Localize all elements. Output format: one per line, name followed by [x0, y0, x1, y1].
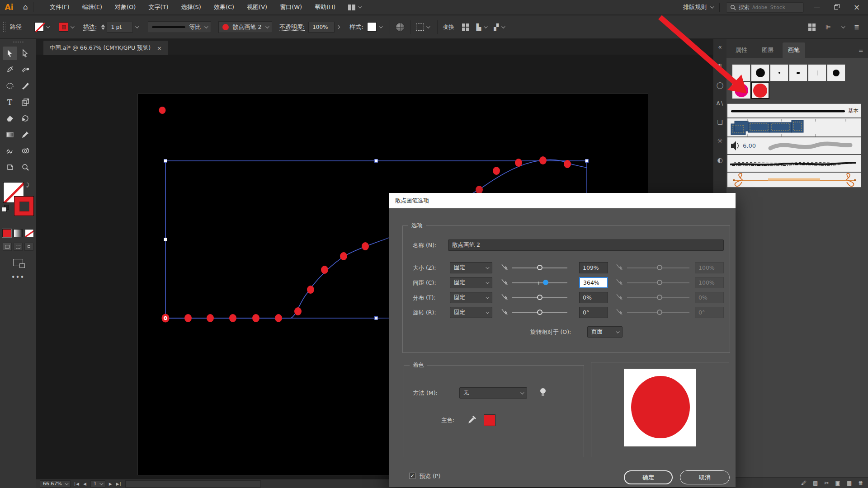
rotation-value[interactable]: 0°	[579, 307, 608, 318]
delete-brush-icon[interactable]: 🗑	[858, 480, 863, 486]
brush-swatch-blank[interactable]	[732, 64, 750, 81]
align-left-icon[interactable]: ▙	[476, 23, 482, 31]
zoom-level-select[interactable]: 66.67%	[40, 480, 71, 488]
key-color-swatch[interactable]	[484, 414, 495, 426]
slice-tool[interactable]	[3, 160, 17, 174]
chevron-down-icon[interactable]	[426, 24, 430, 28]
libraries-panel-icon[interactable]: ▤	[813, 480, 818, 486]
tab-brushes[interactable]: 画笔	[783, 42, 805, 58]
tab-layers[interactable]: 图层	[756, 42, 779, 58]
spacing-value[interactable]: 364%	[579, 277, 608, 288]
stroke-weight-label[interactable]: 描边:	[83, 23, 97, 31]
menu-item[interactable]: 文件(F)	[43, 0, 76, 14]
size-value[interactable]: 109%	[579, 262, 608, 273]
stroke-panel-icon[interactable]: ◯	[717, 81, 724, 89]
brush-definition-select[interactable]: 散点画笔 2	[218, 21, 272, 33]
workspace-switcher[interactable]	[348, 5, 361, 10]
color-button[interactable]	[2, 229, 11, 237]
draw-behind-mode[interactable]	[14, 243, 23, 251]
menu-item[interactable]: 窗口(W)	[274, 0, 308, 14]
new-brush-icon[interactable]: ▦	[847, 480, 852, 486]
stroke-weight-stepper[interactable]	[101, 24, 105, 30]
arrange-rule-dropdown[interactable]: 排版规则	[683, 3, 713, 11]
brush-swatch-red-circle-selected[interactable]	[751, 82, 769, 99]
menu-item[interactable]: 选择(S)	[175, 0, 207, 14]
selection-tool[interactable]	[3, 47, 17, 60]
paragraph-align-icon[interactable]: ⊫	[826, 23, 831, 31]
gradient-button[interactable]	[14, 229, 23, 237]
eyedropper-tool[interactable]	[18, 128, 33, 141]
publish-online-icon[interactable]	[396, 23, 405, 32]
dialog-title-bar[interactable]: 散点画笔选项	[389, 193, 736, 208]
document-tab[interactable]: 中国.ai* @ 66.67% (CMYK/GPU 预览) ×	[43, 41, 168, 55]
brush-swatch-blob[interactable]	[789, 64, 807, 81]
close-button[interactable]: ×	[850, 3, 863, 12]
width-profile-select[interactable]: 等比	[148, 21, 211, 33]
scatter-mode-select[interactable]: 固定	[450, 292, 492, 303]
transparency-panel-icon[interactable]: ❏	[717, 118, 723, 126]
align-objects-icon[interactable]	[462, 23, 469, 31]
gradient-panel-icon[interactable]: ☼	[717, 137, 723, 145]
stock-search-input[interactable]: 搜索 Adobe Stock	[726, 2, 804, 13]
stroke-color-swatch[interactable]	[59, 22, 68, 32]
scatter-variation-slider[interactable]	[627, 292, 689, 303]
ok-button[interactable]: 确定	[624, 470, 673, 484]
brush-row-decorative[interactable]	[727, 172, 861, 188]
menu-item[interactable]: 文字(T)	[142, 0, 175, 14]
rotation-slider[interactable]	[512, 307, 567, 318]
restore-button[interactable]	[830, 4, 844, 11]
spacing-slider[interactable]: +	[512, 277, 567, 288]
menu-list-icon[interactable]: ≣	[854, 23, 860, 31]
ellipse-tool[interactable]	[3, 79, 17, 93]
tools-drag-handle[interactable]	[13, 41, 24, 43]
menu-item[interactable]: 视图(V)	[241, 0, 274, 14]
minimize-button[interactable]: —	[810, 4, 824, 11]
style-dropdown-icon[interactable]	[379, 24, 382, 28]
default-fill-stroke-icon[interactable]	[2, 205, 10, 213]
brush-row-pattern[interactable]	[727, 117, 861, 136]
method-select[interactable]: 无	[459, 387, 527, 399]
fill-dropdown-icon[interactable]	[46, 24, 50, 28]
free-transform-tool[interactable]	[18, 95, 33, 109]
brush-options-icon[interactable]: ▣	[835, 480, 840, 486]
menu-item[interactable]: 编辑(E)	[76, 0, 108, 14]
brush-swatch-medium-dot[interactable]	[827, 64, 845, 81]
style-swatch[interactable]	[367, 22, 377, 32]
paintbrush-tool[interactable]	[18, 79, 33, 93]
home-icon[interactable]: ⌂	[18, 2, 33, 12]
cancel-button[interactable]: 取消	[680, 470, 730, 484]
brush-swatch-magenta-circle[interactable]	[732, 82, 750, 99]
scatter-value[interactable]: 0%	[579, 292, 608, 303]
stroke-weight-value[interactable]: 1 pt	[107, 22, 133, 33]
spacing-variation-slider[interactable]	[627, 277, 689, 288]
none-button[interactable]	[25, 229, 34, 237]
rotation-mode-select[interactable]: 固定	[450, 307, 492, 318]
type-tool[interactable]: T	[3, 95, 17, 109]
gradient-tool[interactable]	[3, 128, 17, 141]
menu-item[interactable]: 帮助(H)	[308, 0, 342, 14]
pen-tool[interactable]	[3, 63, 17, 76]
panel-menu-icon[interactable]: ≡	[859, 47, 863, 53]
size-variation-slider[interactable]	[627, 262, 689, 273]
expand-panels-icon[interactable]: «	[718, 43, 722, 51]
tab-properties[interactable]: 属性	[730, 42, 753, 58]
rotation-variation-slider[interactable]	[627, 307, 689, 318]
chevron-down-icon[interactable]	[484, 24, 488, 28]
brush-swatch-small-dot[interactable]	[770, 64, 788, 81]
swap-fill-stroke-icon[interactable]: ⤸	[26, 182, 29, 188]
brush-swatch-large-dot[interactable]	[751, 64, 769, 81]
paragraph-panel-icon[interactable]: ¶	[718, 62, 722, 70]
name-input[interactable]: 散点画笔 2	[448, 239, 724, 251]
shape-builder-tool[interactable]	[18, 144, 33, 158]
chevron-down-icon[interactable]	[501, 24, 505, 28]
stroke-weight-dropdown-icon[interactable]	[136, 24, 139, 28]
brush-libraries-icon[interactable]: 🖉	[801, 480, 807, 486]
menu-item[interactable]: 对象(O)	[108, 0, 142, 14]
artboard-tool-icon[interactable]	[13, 259, 23, 266]
transform-label[interactable]: 变换	[443, 23, 455, 31]
chevron-down-icon[interactable]	[841, 24, 845, 28]
distribute-icon[interactable]: ▞	[494, 23, 499, 31]
size-mode-select[interactable]: 固定	[450, 262, 492, 273]
spacing-mode-select[interactable]: 固定	[450, 277, 492, 288]
stroke-proxy-red[interactable]	[14, 196, 34, 216]
